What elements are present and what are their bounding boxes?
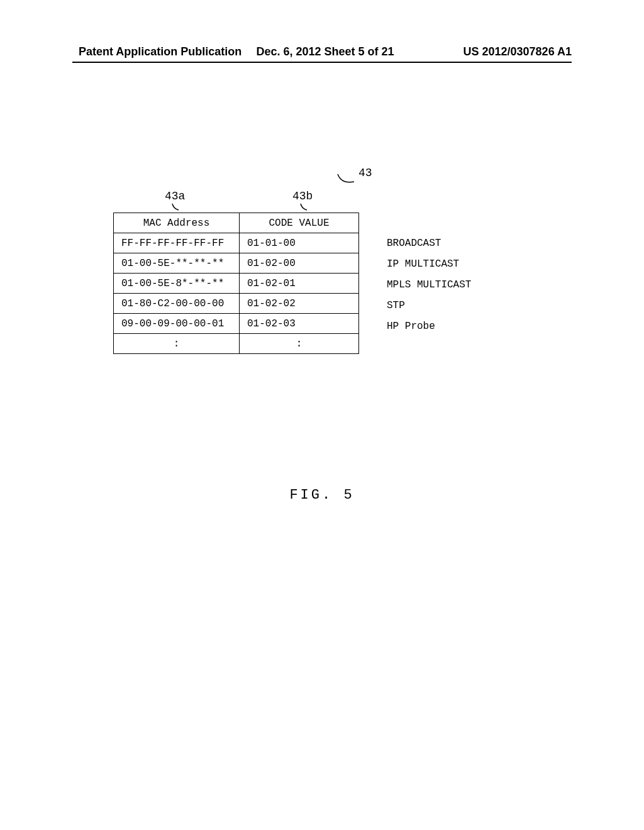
cell-code: 01-02-01 (240, 274, 359, 294)
header-publication: Patent Application Publication (79, 45, 243, 58)
cell-code: 01-01-00 (240, 233, 359, 253)
page-header: Patent Application Publication Dec. 6, 2… (0, 45, 644, 58)
callout-column-b: 43b (292, 190, 313, 202)
callout-column-a: 43a (165, 190, 185, 202)
description-column: BROADCAST IP MULTICAST MPLS MULTICAST ST… (387, 233, 471, 336)
cell-mac: 01-80-C2-00-00-00 (114, 294, 240, 314)
desc-broadcast: BROADCAST (387, 233, 471, 253)
desc-ip-multicast: IP MULTICAST (387, 253, 471, 274)
desc-stp: STP (387, 295, 471, 316)
header-patent-number: US 2012/0307826 A1 (408, 45, 572, 58)
callout-arc-icon (336, 173, 355, 185)
cell-mac: 01-00-5E-**-**-** (114, 253, 240, 274)
callout-tick-icon (299, 202, 308, 211)
cell-code: 01-02-02 (240, 294, 359, 314)
cell-mac: 09-00-09-00-00-01 (114, 314, 240, 334)
table-header-row: MAC Address CODE VALUE (114, 213, 359, 233)
table-header-code: CODE VALUE (240, 213, 359, 233)
header-divider (72, 62, 572, 63)
table-row: 09-00-09-00-00-01 01-02-03 (114, 314, 359, 334)
cell-code: 01-02-03 (240, 314, 359, 334)
desc-mpls-multicast: MPLS MULTICAST (387, 274, 471, 295)
cell-code: : (240, 334, 359, 354)
cell-mac: FF-FF-FF-FF-FF-FF (114, 233, 240, 253)
table-row: FF-FF-FF-FF-FF-FF 01-01-00 (114, 233, 359, 253)
table-row: 01-00-5E-**-**-** 01-02-00 (114, 253, 359, 274)
desc-hp-probe: HP Probe (387, 316, 471, 336)
table-row: 01-80-C2-00-00-00 01-02-02 (114, 294, 359, 314)
table-row: : : (114, 334, 359, 354)
cell-code: 01-02-00 (240, 253, 359, 274)
header-date-sheet: Dec. 6, 2012 Sheet 5 of 21 (243, 45, 407, 58)
callout-tick-icon (171, 202, 180, 211)
cell-mac: : (114, 334, 240, 354)
mac-code-table: MAC Address CODE VALUE FF-FF-FF-FF-FF-FF… (113, 213, 359, 354)
cell-mac: 01-00-5E-8*-**-** (114, 274, 240, 294)
figure-caption: FIG. 5 (0, 487, 644, 503)
table-header-mac: MAC Address (114, 213, 240, 233)
callout-table-ref: 43 (358, 167, 372, 179)
table-row: 01-00-5E-8*-**-** 01-02-01 (114, 274, 359, 294)
